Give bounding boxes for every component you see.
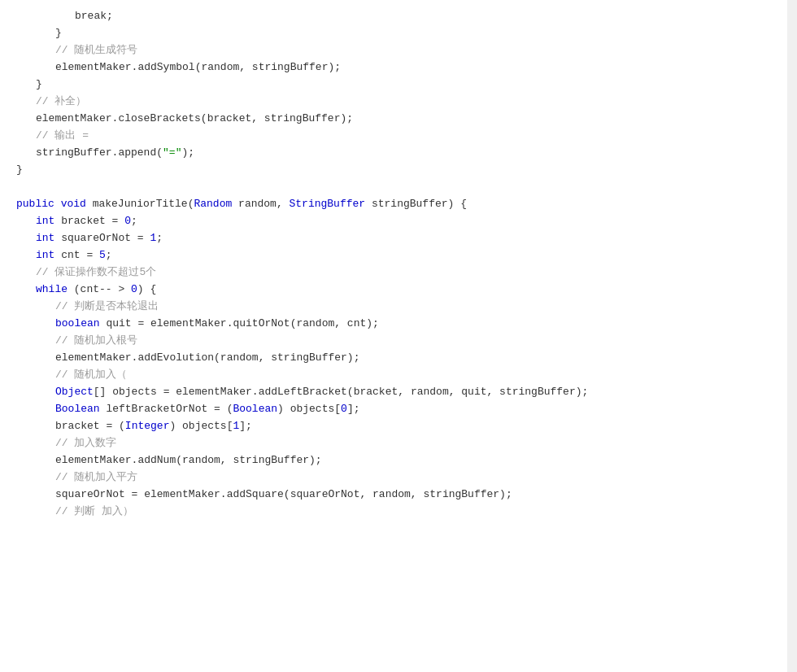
code-text: stringBuffer.append("=");	[36, 145, 194, 162]
code-comment: // 判断 加入）	[55, 504, 133, 521]
code-comment: // 保证操作数不超过5个	[36, 264, 156, 281]
keyword: int	[36, 213, 54, 230]
code-text: (cnt-- >	[68, 281, 131, 299]
code-text: ];	[239, 418, 252, 435]
code-text: ];	[347, 401, 360, 418]
code-text: random,	[232, 196, 289, 213]
code-line: public void makeJuniorTitle( Random rand…	[0, 196, 797, 213]
code-comment: // 随机加入根号	[55, 333, 137, 350]
code-line-empty	[0, 179, 797, 196]
code-line: // 随机加入根号	[0, 333, 797, 350]
code-text: ) {	[137, 281, 156, 299]
code-text: elementMaker.closeBrackets(bracket, stri…	[36, 111, 353, 128]
keyword: Boolean	[55, 401, 100, 418]
code-line: elementMaker.addSymbol(random, stringBuf…	[0, 59, 797, 76]
code-line: // 补全）	[0, 94, 797, 111]
code-line: Boolean leftBracketOrNot = ( Boolean ) o…	[0, 401, 797, 418]
number-literal: 1	[233, 418, 239, 435]
code-text: ) objects[	[169, 418, 233, 435]
code-comment: // 随机生成符号	[55, 42, 137, 59]
code-text: ;	[106, 247, 112, 264]
keyword: StringBuffer	[290, 196, 366, 213]
keyword: int	[36, 247, 54, 264]
keyword: while	[36, 281, 68, 299]
code-text: squareOrNot =	[54, 230, 150, 247]
number-literal: 0	[341, 401, 347, 418]
code-line: squareOrNot = elementMaker.addSquare(squ…	[0, 487, 797, 504]
code-line: while (cnt-- > 0 ) {	[0, 281, 797, 299]
code-line: boolean quit = elementMaker.quitOrNot(ra…	[0, 316, 797, 333]
code-text: quit = elementMaker.quitOrNot(random, cn…	[100, 316, 379, 333]
code-line: // 输出 =	[0, 128, 797, 145]
code-comment: // 加入数字	[55, 435, 116, 452]
code-line: int squareOrNot = 1 ;	[0, 230, 797, 247]
keyword: public	[16, 196, 54, 213]
code-line: elementMaker.closeBrackets(bracket, stri…	[0, 111, 797, 128]
code-line: }	[0, 162, 797, 179]
keyword: int	[36, 230, 54, 247]
code-text: bracket =	[54, 213, 124, 230]
code-text	[54, 196, 61, 213]
code-text: elementMaker.addNum(random, stringBuffer…	[55, 452, 322, 469]
code-line: Object [] objects = elementMaker.addLeft…	[0, 384, 797, 401]
code-text: }	[55, 25, 62, 42]
code-line: // 判断 加入）	[0, 504, 797, 521]
code-comment: // 补全）	[36, 94, 86, 111]
code-line: }	[0, 76, 797, 94]
number-literal: 0	[124, 213, 131, 230]
code-line: stringBuffer.append("=");	[0, 145, 797, 162]
keyword: Integer	[125, 418, 170, 435]
code-line: elementMaker.addNum(random, stringBuffer…	[0, 452, 797, 469]
code-comment: // 随机加入平方	[55, 469, 137, 487]
code-text: [] objects = elementMaker.addLeftBracket…	[94, 384, 589, 401]
keyword: Boolean	[233, 401, 277, 418]
code-line: // 随机生成符号	[0, 42, 797, 59]
code-line: // 随机加入平方	[0, 469, 797, 487]
code-text: }	[16, 162, 23, 179]
code-line: }	[0, 25, 797, 42]
code-line: // 判断是否本轮退出	[0, 299, 797, 316]
code-text: elementMaker.addSymbol(random, stringBuf…	[55, 59, 341, 76]
code-editor: break; } // 随机生成符号 elementMaker.addSymbo…	[0, 0, 797, 672]
code-line: int cnt = 5 ;	[0, 247, 797, 264]
keyword: Random	[194, 196, 232, 213]
number-literal: 0	[131, 281, 137, 299]
keyword: boolean	[55, 316, 100, 333]
code-text: elementMaker.addEvolution(random, string…	[55, 350, 359, 367]
keyword: void	[61, 196, 86, 213]
number-literal: 1	[150, 230, 156, 247]
code-line: // 随机加入（	[0, 367, 797, 384]
code-line: int bracket = 0 ;	[0, 213, 797, 230]
code-line: break;	[0, 8, 797, 25]
code-text: ;	[156, 230, 163, 247]
code-line: // 加入数字	[0, 435, 797, 452]
code-text: bracket = (	[55, 418, 125, 435]
code-text: ) objects[	[277, 401, 341, 418]
keyword: Object	[55, 384, 94, 401]
code-text: break;	[75, 8, 113, 25]
code-comment: // 输出 =	[36, 128, 89, 145]
code-line: bracket = ( Integer ) objects[ 1 ];	[0, 418, 797, 435]
code-text: stringBuffer) {	[365, 196, 467, 213]
code-line: elementMaker.addEvolution(random, string…	[0, 350, 797, 367]
number-literal: 5	[99, 247, 106, 264]
scrollbar[interactable]	[787, 0, 797, 672]
code-text: squareOrNot = elementMaker.addSquare(squ…	[55, 487, 512, 504]
code-comment: // 随机加入（	[55, 367, 127, 384]
code-comment: // 判断是否本轮退出	[55, 299, 159, 316]
code-text: cnt =	[54, 247, 99, 264]
code-text: ;	[131, 213, 137, 230]
code-text: makeJuniorTitle(	[86, 196, 194, 213]
code-text: leftBracketOrNot = (	[100, 401, 233, 418]
code-line: // 保证操作数不超过5个	[0, 264, 797, 281]
code-text: }	[36, 76, 42, 94]
